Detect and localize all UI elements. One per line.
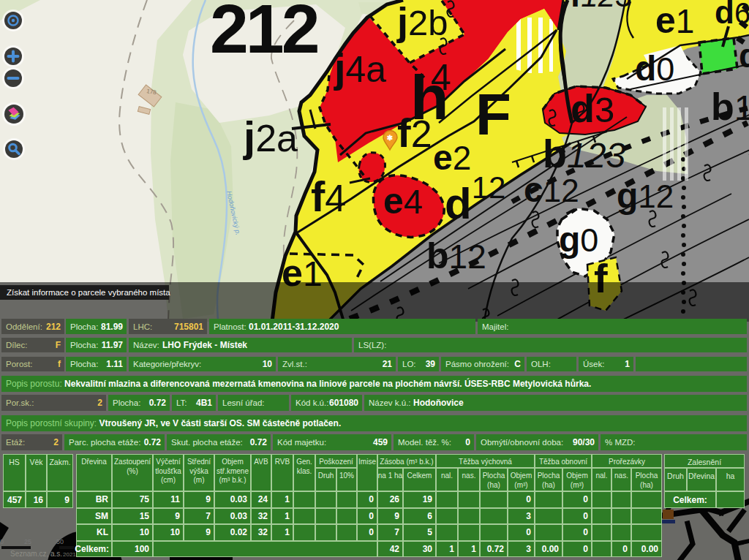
- svg-text:g0: g0: [559, 220, 598, 259]
- svg-text:F: F: [475, 82, 511, 147]
- svg-text:d3: d3: [571, 86, 614, 130]
- svg-text:212: 212: [210, 0, 318, 67]
- svg-text:e1: e1: [655, 0, 694, 41]
- svg-text:j4a: j4a: [334, 45, 386, 91]
- svg-text:e4: e4: [383, 181, 423, 222]
- svg-text:f123: f123: [570, 0, 632, 14]
- svg-text:d0: d0: [635, 49, 674, 88]
- svg-text:c12: c12: [524, 170, 579, 209]
- svg-text:j2a: j2a: [243, 113, 298, 160]
- svg-text:e2: e2: [433, 138, 471, 177]
- svg-text:f4: f4: [311, 173, 346, 220]
- svg-text:f2: f2: [397, 110, 432, 156]
- svg-text:b123: b123: [543, 132, 625, 175]
- svg-text:g12: g12: [617, 176, 674, 215]
- svg-text:d: d: [739, 37, 749, 75]
- svg-text:b12: b12: [426, 235, 486, 276]
- svg-text:d6: d6: [715, 0, 749, 30]
- svg-text:4: 4: [431, 57, 451, 98]
- svg-text:b1: b1: [711, 86, 749, 128]
- svg-text:j2b: j2b: [396, 0, 448, 43]
- svg-text:✱: ✱: [387, 134, 394, 142]
